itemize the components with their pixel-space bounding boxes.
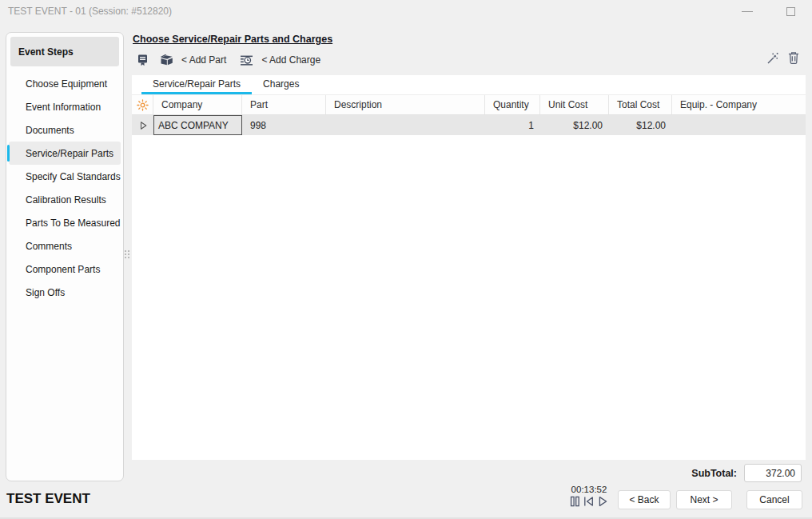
maximize-icon	[786, 7, 795, 16]
subtotal-bar: SubTotal:	[691, 464, 802, 482]
cell-company[interactable]: ABC COMPANY	[153, 115, 242, 135]
event-steps-header: Event Steps	[10, 37, 119, 66]
receipt-icon[interactable]	[133, 51, 151, 69]
selected-step-accent-bar	[7, 145, 10, 162]
add-part-button[interactable]: < Add Part	[181, 54, 226, 66]
sidebar-item-event-information[interactable]: Event Information	[6, 95, 123, 118]
session-timer: 00:13:52	[564, 485, 614, 510]
title-bar: TEST EVENT - 01 (Session: #512820)	[0, 0, 812, 22]
tab-service-repair-parts[interactable]: Service/Repair Parts	[141, 75, 252, 94]
cell-description[interactable]	[326, 115, 485, 135]
next-button[interactable]: Next >	[676, 490, 732, 509]
subtotal-label: SubTotal:	[691, 468, 737, 479]
back-button[interactable]: < Back	[618, 490, 671, 509]
sidebar-item-specify-cal-standards[interactable]: Specify Cal Standards	[6, 165, 123, 188]
sidebar-item-service-repair-parts[interactable]: Service/Repair Parts	[9, 142, 121, 165]
timer-value: 00:13:52	[564, 485, 614, 494]
event-steps-list: Choose Equipment Event Information Docum…	[6, 72, 123, 304]
event-name-label: TEST EVENT	[6, 491, 90, 507]
pause-icon[interactable]	[570, 495, 580, 510]
column-header-total-cost[interactable]: Total Cost	[609, 95, 672, 114]
cell-unit-cost[interactable]: $12.00	[540, 115, 609, 135]
row-selector-icon[interactable]	[132, 115, 153, 135]
column-header-part[interactable]: Part	[242, 95, 326, 114]
subtotal-input[interactable]	[744, 464, 802, 482]
column-header-description[interactable]: Description	[326, 95, 485, 114]
cell-equip-company[interactable]	[672, 115, 806, 135]
sidebar-item-sign-offs[interactable]: Sign Offs	[6, 281, 123, 304]
cell-quantity[interactable]: 1	[485, 115, 540, 135]
column-header-equip-company[interactable]: Equip. - Company	[672, 95, 806, 114]
add-charge-list-clock-icon[interactable]	[237, 51, 255, 69]
minimize-button[interactable]	[734, 0, 761, 22]
sidebar-item-parts-to-be-measured[interactable]: Parts To Be Measured	[6, 211, 123, 234]
cell-total-cost[interactable]: $12.00	[609, 115, 672, 135]
add-charge-button[interactable]: < Add Charge	[261, 54, 320, 66]
sidebar-item-calibration-results[interactable]: Calibration Results	[6, 188, 123, 211]
delete-trash-icon[interactable]	[787, 50, 800, 65]
cell-part[interactable]: 998	[242, 115, 326, 135]
skip-to-start-icon[interactable]	[583, 495, 595, 510]
event-steps-panel: Event Steps Choose Equipment Event Infor…	[6, 32, 124, 481]
new-row-sun-icon[interactable]	[132, 95, 153, 114]
sidebar-item-component-parts[interactable]: Component Parts	[6, 258, 123, 281]
parts-toolbar: < Add Part < Add Charge	[133, 50, 325, 70]
page-title: Choose Service/Repair Parts and Charges	[133, 34, 332, 45]
window-title: TEST EVENT - 01 (Session: #512820)	[8, 6, 172, 17]
table-row: ABC COMPANY 998 1 $12.00 $12.00	[132, 115, 806, 135]
maximize-button[interactable]	[777, 0, 804, 22]
timer-controls	[564, 495, 614, 510]
parts-panel: Service/Repair Parts Charges Company Par…	[132, 75, 806, 460]
minimize-icon	[742, 11, 753, 12]
column-header-company[interactable]: Company	[153, 95, 242, 114]
parts-tabs: Service/Repair Parts Charges	[132, 75, 806, 95]
grid-header-row: Company Part Description Quantity Unit C…	[132, 95, 806, 115]
sidebar-item-comments[interactable]: Comments	[6, 234, 123, 258]
column-header-quantity[interactable]: Quantity	[485, 95, 540, 114]
sidebar-item-choose-equipment[interactable]: Choose Equipment	[6, 72, 123, 95]
tab-charges[interactable]: Charges	[252, 75, 310, 94]
sidebar-item-documents[interactable]: Documents	[6, 118, 123, 142]
add-part-box-icon[interactable]	[157, 51, 175, 69]
column-header-unit-cost[interactable]: Unit Cost	[540, 95, 609, 114]
sidebar-splitter-handle[interactable]	[125, 250, 131, 262]
cancel-button[interactable]: Cancel	[746, 490, 802, 509]
auto-fix-wand-icon[interactable]	[764, 50, 780, 66]
play-icon[interactable]	[597, 495, 608, 510]
